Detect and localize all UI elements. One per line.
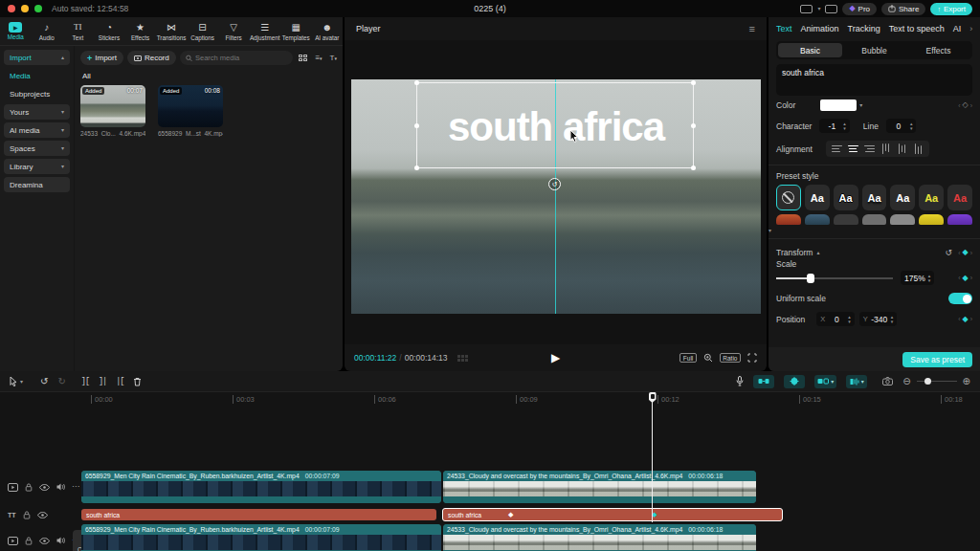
- lock-icon[interactable]: [23, 511, 31, 519]
- sidebar-item-subprojects[interactable]: Subprojects: [4, 86, 70, 101]
- decrement-icon[interactable]: [928, 278, 931, 283]
- text-content-input[interactable]: south africa: [776, 64, 972, 96]
- video-track-icon[interactable]: [8, 537, 18, 545]
- tab-text-to-speech[interactable]: Text to speech: [889, 24, 945, 33]
- sidebar-item-media[interactable]: Media: [4, 68, 70, 83]
- zoom-in-icon[interactable]: [963, 377, 970, 386]
- eye-icon[interactable]: [39, 538, 50, 544]
- lock-icon[interactable]: [25, 483, 33, 492]
- position-x-stepper[interactable]: X 0: [816, 312, 855, 326]
- media-item[interactable]: Added 00:07 24533_Clo..._4.6K.mp4: [80, 85, 145, 137]
- line-spacing-stepper[interactable]: 0: [886, 119, 917, 133]
- sidebar-item-dreamina[interactable]: Dreamina: [4, 177, 70, 192]
- rotate-handle[interactable]: [548, 178, 561, 190]
- preset-white[interactable]: Aa: [805, 185, 830, 210]
- decrement-icon[interactable]: [910, 126, 913, 131]
- collapse-transform-icon[interactable]: [816, 250, 819, 255]
- tabs-overflow-chevron-icon[interactable]: [969, 25, 972, 33]
- snapshot-button[interactable]: [882, 377, 893, 386]
- eye-icon[interactable]: [37, 512, 48, 518]
- secondary-display-icon[interactable]: [825, 5, 837, 13]
- align-right-icon[interactable]: [864, 145, 875, 153]
- grid-view-icon[interactable]: [299, 55, 307, 61]
- next-keyframe-icon[interactable]: [970, 102, 972, 109]
- auto-ripple-button[interactable]: [814, 375, 836, 388]
- chevron-down-icon[interactable]: [861, 379, 864, 385]
- preset-shadow[interactable]: Aa: [862, 185, 887, 210]
- resize-handle[interactable]: [691, 123, 696, 128]
- pro-button[interactable]: Pro: [842, 3, 877, 15]
- more-options-icon[interactable]: [72, 483, 79, 491]
- scale-keyframe-control[interactable]: [958, 275, 972, 282]
- ribbon-tab-effects[interactable]: Effects: [124, 17, 156, 45]
- subtab-basic[interactable]: Basic: [778, 43, 842, 57]
- fit-zoom-icon[interactable]: [703, 353, 713, 363]
- ribbon-tab-captions[interactable]: Captions: [187, 17, 218, 45]
- video-clip-mountains[interactable]: 24533_Cloudy and overcast by the mountai…: [443, 524, 756, 551]
- mute-icon[interactable]: [56, 537, 65, 544]
- prev-keyframe-icon[interactable]: [958, 102, 960, 109]
- preset-none[interactable]: [776, 185, 801, 210]
- track-volume-button[interactable]: [846, 375, 867, 388]
- sidebar-item-spaces[interactable]: Spaces: [4, 141, 70, 156]
- color-keyframe-control[interactable]: [958, 101, 972, 109]
- resize-handle[interactable]: [414, 123, 419, 128]
- delete-button[interactable]: [133, 377, 142, 386]
- magnetic-snap-button[interactable]: [784, 375, 805, 388]
- ribbon-tab-ai-avatar[interactable]: AI avatar: [311, 17, 343, 45]
- ribbon-tab-media[interactable]: Media: [0, 17, 32, 45]
- prev-keyframe-icon[interactable]: [958, 316, 960, 322]
- resize-handle[interactable]: [414, 165, 419, 170]
- ribbon-tab-audio[interactable]: Audio: [32, 17, 63, 45]
- position-keyframe-control[interactable]: [958, 316, 972, 323]
- keyframe-marker-icon[interactable]: [508, 511, 513, 518]
- keyframe-diamond-icon[interactable]: [963, 101, 969, 109]
- sidebar-item-yours[interactable]: Yours: [4, 104, 70, 120]
- preset-color-tile[interactable]: [862, 214, 887, 225]
- record-button[interactable]: Record: [127, 51, 176, 65]
- lock-icon[interactable]: [25, 537, 33, 545]
- resize-handle[interactable]: [691, 165, 696, 170]
- preset-color-tile[interactable]: [834, 214, 858, 225]
- eye-icon[interactable]: [39, 484, 50, 491]
- decrement-icon[interactable]: [848, 320, 851, 324]
- redo-button[interactable]: [57, 377, 65, 386]
- preset-yellow[interactable]: Aa: [919, 185, 944, 210]
- ribbon-tab-templates[interactable]: Templates: [280, 17, 312, 45]
- media-item[interactable]: Added 00:08 6558929_M...st_4K.mp4: [158, 85, 223, 137]
- video-clip-city-rain[interactable]: 6558929_Men City Rain Cinematic_By_Ruben…: [81, 471, 441, 503]
- tab-animation[interactable]: Animation: [801, 24, 839, 33]
- preset-color-tile[interactable]: [805, 214, 830, 225]
- next-keyframe-icon[interactable]: [970, 250, 972, 256]
- video-track-icon[interactable]: [8, 483, 18, 492]
- search-media-box[interactable]: [180, 51, 294, 65]
- sidebar-item-import[interactable]: Import: [4, 50, 70, 65]
- ribbon-tab-adjustment[interactable]: Adjustment: [249, 17, 280, 45]
- align-vertical-top-icon[interactable]: [880, 143, 891, 154]
- preset-color-tile[interactable]: [947, 214, 972, 225]
- color-dropdown-chevron-icon[interactable]: [859, 102, 862, 108]
- split-button[interactable]: [81, 377, 89, 386]
- sort-icon[interactable]: ≡: [315, 54, 322, 62]
- sidebar-item-library[interactable]: Library: [4, 159, 70, 174]
- text-clip[interactable]: south africa: [81, 509, 436, 520]
- ribbon-tab-text[interactable]: Text: [62, 17, 94, 45]
- undo-button[interactable]: [40, 377, 48, 386]
- prev-keyframe-icon[interactable]: [958, 250, 960, 256]
- record-voiceover-button[interactable]: [736, 376, 744, 386]
- decrement-icon[interactable]: [891, 320, 894, 324]
- align-center-icon[interactable]: [848, 145, 858, 153]
- video-clip-city-rain[interactable]: 6558929_Men City Rain Cinematic_By_Ruben…: [81, 524, 441, 551]
- uniform-scale-toggle[interactable]: [948, 293, 972, 304]
- split-left-button[interactable]: [99, 377, 106, 386]
- media-thumbnail-city[interactable]: Added 00:08: [158, 85, 223, 127]
- tool-dropdown-chevron-icon[interactable]: [20, 379, 23, 385]
- text-selection-box[interactable]: [416, 82, 694, 168]
- character-spacing-stepper[interactable]: -1: [819, 119, 850, 133]
- full-view-button[interactable]: Full: [679, 353, 696, 363]
- split-right-button[interactable]: [116, 377, 123, 386]
- media-thumbnail-mountains[interactable]: Added 00:07: [80, 85, 145, 127]
- resize-handle[interactable]: [414, 80, 419, 85]
- prev-keyframe-icon[interactable]: [958, 275, 960, 281]
- select-tool-button[interactable]: [10, 376, 23, 386]
